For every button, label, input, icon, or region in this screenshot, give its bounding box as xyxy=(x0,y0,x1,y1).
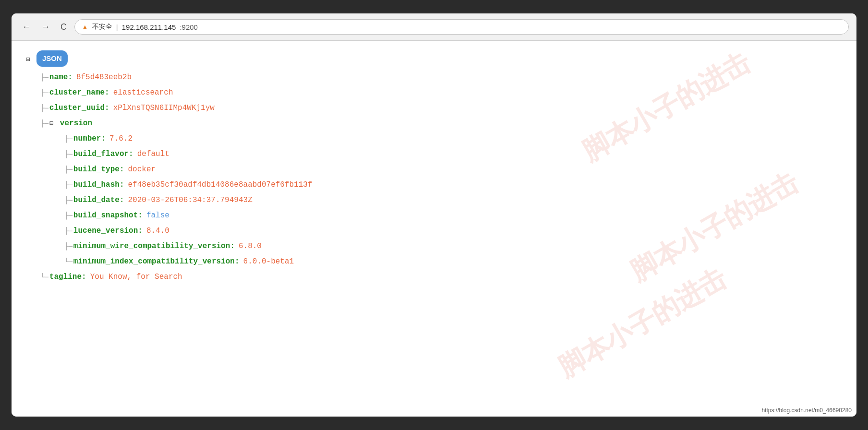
tree-line-number: ├─ xyxy=(64,132,72,145)
build-hash-colon: : xyxy=(120,177,124,192)
json-badge: JSON xyxy=(36,50,68,67)
build-type-colon: : xyxy=(120,162,124,177)
tagline-row: └─ tagline : You Know, for Search xyxy=(26,269,842,285)
browser-chrome: ← → C ▲ 不安全 | 192.168.211.145:9200 xyxy=(12,13,856,41)
tree-line-lucene: ├─ xyxy=(64,224,72,238)
version-number-row: ├─ number : 7.6.2 xyxy=(26,131,842,146)
root-toggle[interactable]: ⊟ xyxy=(26,53,34,66)
build-type-row: ├─ build_type : docker xyxy=(26,162,842,177)
tree-line-build-snapshot: ├─ xyxy=(64,209,72,222)
tagline-value: You Know, for Search xyxy=(90,269,182,285)
cluster-uuid-value: xPlXnsTQSN6IIMp4WKj1yw xyxy=(113,100,215,116)
build-flavor-key: build_flavor xyxy=(73,146,129,162)
lucene-version-colon: : xyxy=(138,223,143,239)
build-date-row: ├─ build_date : 2020-03-26T06:34:37.7949… xyxy=(26,192,842,208)
security-text: 不安全 xyxy=(92,23,112,31)
build-flavor-row: ├─ build_flavor : default xyxy=(26,146,842,162)
min-index-key: minimum_index_compatibility_version xyxy=(73,254,235,269)
url-host: 192.168.211.145 xyxy=(122,23,176,31)
min-wire-colon: : xyxy=(230,239,235,254)
version-row: ├─ ⊟ version xyxy=(26,116,842,131)
cluster-name-colon: : xyxy=(105,85,109,100)
root-row: ⊟ JSON xyxy=(26,50,842,69)
json-viewer: ⊟ JSON ├─ name : 8f5d483eeb2b ├─ cluster… xyxy=(26,50,842,285)
build-snapshot-colon: : xyxy=(138,208,143,223)
lucene-version-value: 8.4.0 xyxy=(146,223,169,239)
min-index-row: └─ minimum_index_compatibility_version :… xyxy=(26,254,842,269)
separator: | xyxy=(116,23,118,31)
address-bar[interactable]: ▲ 不安全 | 192.168.211.145:9200 xyxy=(74,19,849,35)
cluster-name-row: ├─ cluster_name : elasticsearch xyxy=(26,85,842,100)
name-colon: : xyxy=(68,70,72,85)
number-colon: : xyxy=(101,131,106,146)
status-bar: https://blog.csdn.net/m0_46690280 xyxy=(762,407,852,414)
build-date-value: 2020-03-26T06:34:37.794943Z xyxy=(128,192,252,208)
lucene-version-row: ├─ lucene_version : 8.4.0 xyxy=(26,223,842,239)
build-hash-row: ├─ build_hash : ef48eb35cf30adf4db14086e… xyxy=(26,177,842,192)
build-flavor-value: default xyxy=(137,146,169,162)
forward-button[interactable]: → xyxy=(38,20,53,34)
cluster-uuid-key: cluster_uuid xyxy=(49,100,105,116)
build-snapshot-value: false xyxy=(146,208,169,223)
status-url: https://blog.csdn.net/m0_46690280 xyxy=(762,407,852,414)
cluster-uuid-row: ├─ cluster_uuid : xPlXnsTQSN6IIMp4WKj1yw xyxy=(26,100,842,116)
browser-content: 脚本小子的进击 脚本小子的进击 脚本小子的进击 ⊟ JSON ├─ name :… xyxy=(12,41,856,417)
build-hash-value: ef48eb35cf30adf4db14086e8aabd07ef6fb113f xyxy=(128,177,312,192)
version-key: version xyxy=(60,116,92,131)
name-key: name xyxy=(49,70,68,85)
build-type-key: build_type xyxy=(73,162,120,177)
build-hash-key: build_hash xyxy=(73,177,120,192)
min-index-value: 6.0.0-beta1 xyxy=(243,254,294,269)
tree-line-tagline: └─ xyxy=(40,270,48,284)
tagline-colon: : xyxy=(82,269,86,285)
browser-window: ← → C ▲ 不安全 | 192.168.211.145:9200 脚本小子的… xyxy=(12,13,856,417)
tree-line-build-hash: ├─ xyxy=(64,178,72,191)
build-snapshot-key: build_snapshot xyxy=(73,208,138,223)
security-icon: ▲ xyxy=(82,23,88,31)
back-button[interactable]: ← xyxy=(19,20,34,34)
number-key: number xyxy=(73,131,101,146)
tree-line-build-flavor: ├─ xyxy=(64,147,72,161)
cluster-uuid-colon: : xyxy=(105,100,109,116)
min-wire-row: ├─ minimum_wire_compatibility_version : … xyxy=(26,239,842,254)
build-snapshot-row: ├─ build_snapshot : false xyxy=(26,208,842,223)
name-value: 8f5d483eeb2b xyxy=(76,70,132,85)
min-wire-value: 6.8.0 xyxy=(239,239,262,254)
tree-line-build-type: ├─ xyxy=(64,163,72,176)
min-wire-key: minimum_wire_compatibility_version xyxy=(73,239,230,254)
build-date-key: build_date xyxy=(73,192,120,208)
min-index-colon: : xyxy=(235,254,240,269)
build-flavor-colon: : xyxy=(129,146,133,162)
name-row: ├─ name : 8f5d483eeb2b xyxy=(26,70,842,85)
build-date-colon: : xyxy=(120,192,124,208)
tree-line-min-index: └─ xyxy=(64,255,72,268)
tree-line-cluster-uuid: ├─ xyxy=(40,101,48,115)
cluster-name-value: elasticsearch xyxy=(113,85,173,100)
tagline-key: tagline xyxy=(49,269,82,285)
refresh-button[interactable]: C xyxy=(58,20,70,34)
tree-line-version: ├─ xyxy=(40,117,48,130)
cluster-name-key: cluster_name xyxy=(49,85,105,100)
build-type-value: docker xyxy=(128,162,156,177)
lucene-version-key: lucene_version xyxy=(73,223,138,239)
url-port: :9200 xyxy=(180,23,198,31)
tree-line-min-wire: ├─ xyxy=(64,239,72,253)
tree-line-name: ├─ xyxy=(40,71,48,84)
version-toggle[interactable]: ⊟ xyxy=(49,117,57,130)
number-value: 7.6.2 xyxy=(109,131,133,146)
tree-line-cluster-name: ├─ xyxy=(40,86,48,99)
tree-line-build-date: ├─ xyxy=(64,193,72,207)
